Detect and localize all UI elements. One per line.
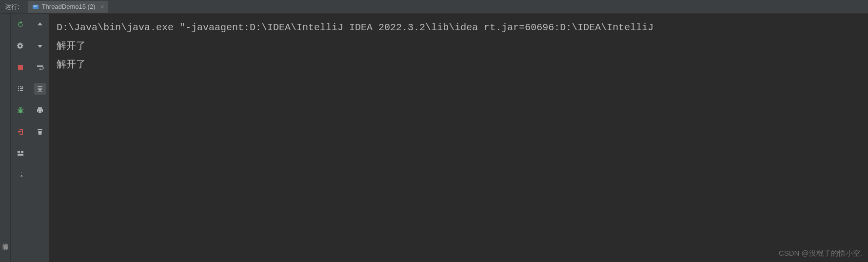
console-output[interactable]: D:\Java\bin\java.exe "-javaagent:D:\IDEA… bbox=[50, 14, 868, 262]
svg-point-6 bbox=[19, 109, 20, 110]
run-tab[interactable]: ThreadDemo15 (2) × bbox=[28, 1, 108, 13]
scroll-to-end-button[interactable] bbox=[34, 83, 46, 95]
exit-button[interactable] bbox=[15, 126, 26, 138]
svg-point-7 bbox=[20, 109, 21, 110]
svg-rect-1 bbox=[33, 5, 38, 6]
watermark: CSDN @没棍子的悟小空. bbox=[779, 249, 862, 258]
rerun-button[interactable] bbox=[15, 19, 26, 30]
debug-button[interactable] bbox=[15, 104, 26, 116]
layout-button[interactable] bbox=[15, 147, 26, 159]
tab-title: ThreadDemo15 (2) bbox=[42, 3, 96, 10]
svg-rect-3 bbox=[18, 65, 23, 70]
pin-button[interactable] bbox=[15, 169, 26, 181]
console-line: 解开了 bbox=[57, 40, 86, 52]
main-area: 结构 书签 bbox=[0, 14, 868, 262]
print-button[interactable] bbox=[34, 104, 46, 116]
clear-button[interactable] bbox=[34, 126, 46, 138]
console-line: 解开了 bbox=[57, 59, 86, 70]
stop-button[interactable] bbox=[15, 61, 26, 73]
scroll-down-button[interactable] bbox=[34, 40, 46, 52]
svg-rect-8 bbox=[18, 151, 20, 153]
left-tool-strip: 结构 书签 bbox=[0, 14, 11, 262]
run-label: 运行: bbox=[5, 2, 20, 11]
run-config-icon bbox=[32, 3, 39, 10]
console-actions-gutter bbox=[30, 14, 50, 262]
bookmark-icon[interactable] bbox=[2, 244, 9, 251]
svg-rect-2 bbox=[33, 6, 36, 7]
settings-button[interactable] bbox=[15, 40, 26, 52]
scroll-up-button[interactable] bbox=[34, 19, 46, 30]
close-icon[interactable]: × bbox=[100, 3, 104, 11]
soft-wrap-button[interactable] bbox=[34, 61, 46, 73]
svg-point-5 bbox=[19, 108, 22, 113]
console-line: D:\Java\bin\java.exe "-javaagent:D:\IDEA… bbox=[57, 22, 653, 33]
svg-rect-10 bbox=[18, 154, 23, 156]
svg-rect-9 bbox=[21, 151, 23, 153]
run-actions-gutter bbox=[11, 14, 30, 262]
run-header: 运行: ThreadDemo15 (2) × bbox=[0, 0, 868, 14]
dump-threads-button[interactable] bbox=[15, 83, 26, 95]
